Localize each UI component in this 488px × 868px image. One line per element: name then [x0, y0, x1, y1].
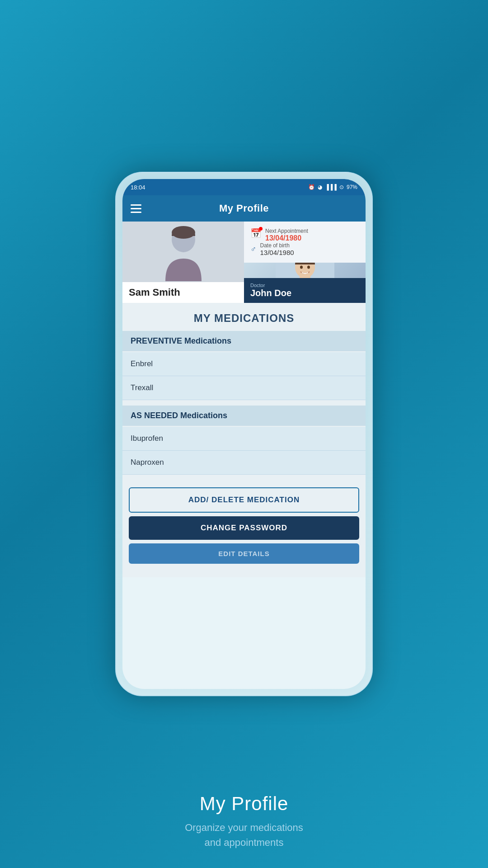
add-delete-medication-button[interactable]: ADD/ DELETE MEDICATION [129, 487, 359, 513]
patient-photo [122, 222, 244, 282]
med-item-trexall[interactable]: Trexall [122, 376, 366, 400]
battery-percent: 97% [347, 184, 357, 190]
promo-subtitle: Organize your medicationsand appointment… [185, 820, 303, 850]
appointment-date: 13/04/1980 [265, 234, 308, 242]
patient-name: Sam Smith [122, 282, 244, 303]
medications-section: MY MEDICATIONS PREVENTIVE Medications En… [122, 303, 366, 577]
appointment-text: Next Appointment 13/04/1980 [265, 228, 308, 242]
dob-value: 13/04/1980 [260, 249, 294, 256]
change-password-button[interactable]: CHANGE PASSWORD [129, 516, 359, 540]
appointment-label: Next Appointment [265, 228, 308, 234]
alarm-icon: ⏰ [308, 184, 315, 190]
promo-title: My Profile [200, 793, 289, 815]
profile-card: Sam Smith 📅 Next Appointment 13/04/1980 [122, 222, 366, 303]
signal-icon: ▐▐▐ [325, 184, 337, 190]
nav-bar: My Profile [122, 195, 366, 222]
dob-row: ♂ Date of birth 13/04/1980 [250, 242, 359, 256]
hamburger-menu[interactable] [131, 204, 141, 213]
dob-text: Date of birth 13/04/1980 [260, 242, 294, 256]
gender-icon: ♂ [250, 245, 257, 254]
wifi-icon: ◕ [318, 184, 322, 190]
med-item-ibuprofen[interactable]: Ibuprofen [122, 427, 366, 451]
status-bar: 18:04 ⏰ ◕ ▐▐▐ ⊙ 97% [122, 179, 366, 195]
svg-point-10 [307, 266, 310, 269]
edit-details-button[interactable]: EDIT DETAILS [129, 543, 359, 564]
medications-title: MY MEDICATIONS [122, 303, 366, 331]
battery-icon: ⊙ [339, 184, 344, 190]
phone-frame: 18:04 ⏰ ◕ ▐▐▐ ⊙ 97% My Profile [115, 172, 373, 696]
page-title: My Profile [219, 203, 269, 214]
scroll-area[interactable]: Sam Smith 📅 Next Appointment 13/04/1980 [122, 222, 366, 689]
doctor-section: 📅 Next Appointment 13/04/1980 ♂ Date of … [244, 222, 366, 303]
status-time: 18:04 [131, 184, 145, 191]
as-needed-category: AS NEEDED Medications [122, 406, 366, 426]
med-item-naproxen[interactable]: Naproxen [122, 451, 366, 475]
doctor-name-bar: Doctor John Doe [244, 278, 366, 303]
doctor-label: Doctor [250, 283, 359, 288]
doctor-name: John Doe [250, 288, 359, 298]
red-dot [259, 227, 263, 231]
preventive-category: PREVENTIVE Medications [122, 331, 366, 351]
patient-section: Sam Smith [122, 222, 244, 303]
phone-screen: 18:04 ⏰ ◕ ▐▐▐ ⊙ 97% My Profile [122, 179, 366, 689]
promo-subtitle-text: Organize your medicationsand appointment… [185, 822, 303, 848]
svg-point-9 [300, 266, 303, 269]
patient-avatar [161, 222, 206, 281]
doctor-info-panel: 📅 Next Appointment 13/04/1980 ♂ Date of … [244, 222, 366, 263]
doctor-avatar [276, 263, 334, 278]
promo-section: My Profile Organize your medicationsand … [0, 769, 488, 868]
next-appointment: 📅 Next Appointment 13/04/1980 [250, 228, 359, 242]
dob-label: Date of birth [260, 242, 294, 249]
doctor-photo [244, 263, 366, 278]
med-item-enbrel[interactable]: Enbrel [122, 352, 366, 376]
calendar-icon: 📅 [250, 228, 262, 239]
status-icons: ⏰ ◕ ▐▐▐ ⊙ 97% [308, 184, 357, 190]
